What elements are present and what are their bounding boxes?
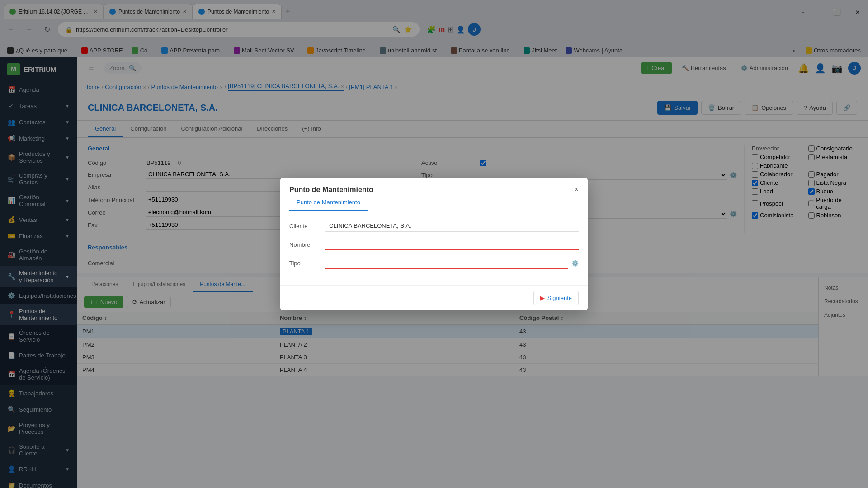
modal-tipo-select[interactable] <box>326 258 568 269</box>
modal-body: Cliente Nombre Tipo ⚙️ <box>280 211 588 285</box>
modal-cliente-input[interactable] <box>326 221 579 232</box>
modal-cliente-label: Cliente <box>289 223 326 230</box>
modal-tipo-label: Tipo <box>289 260 326 267</box>
modal-siguiente-button[interactable]: ▶ Siguiente <box>533 291 579 305</box>
siguiente-icon: ▶ <box>540 295 545 301</box>
modal-header: Punto de Mantenimiento × <box>280 178 588 194</box>
modal-footer: ▶ Siguiente <box>280 285 588 310</box>
modal-title: Punto de Mantenimiento <box>289 186 373 194</box>
modal-close-button[interactable]: × <box>574 185 579 194</box>
modal-overlay[interactable]: Punto de Mantenimiento × Punto de Manten… <box>0 0 868 488</box>
modal-row-tipo: Tipo ⚙️ <box>289 258 579 269</box>
modal-tipo-row: ⚙️ <box>326 258 579 269</box>
modal-row-cliente: Cliente <box>289 221 579 232</box>
modal-nombre-input[interactable] <box>326 239 579 250</box>
modal-punto-mantenimiento: Punto de Mantenimiento × Punto de Manten… <box>280 178 588 310</box>
modal-tab-punto[interactable]: Punto de Mantenimiento <box>289 194 368 211</box>
modal-tabs: Punto de Mantenimiento <box>280 194 588 211</box>
modal-row-nombre: Nombre <box>289 239 579 250</box>
modal-tipo-settings-icon[interactable]: ⚙️ <box>571 260 579 267</box>
modal-nombre-label: Nombre <box>289 241 326 248</box>
